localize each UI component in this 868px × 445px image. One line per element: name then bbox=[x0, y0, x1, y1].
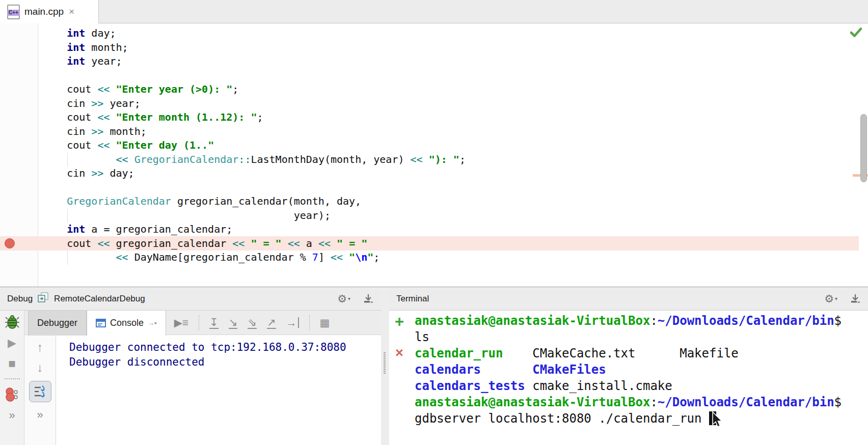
code-line bbox=[42, 181, 868, 195]
editor-scrollbar-thumb[interactable] bbox=[860, 114, 867, 182]
code-line: int day; bbox=[42, 26, 868, 41]
terminal-line: gdbserver localhost:8080 ./calendar_run bbox=[415, 410, 868, 427]
code-line: int year; bbox=[42, 54, 868, 69]
debug-panel-title: Debug bbox=[7, 294, 33, 304]
tab-debugger[interactable]: Debugger bbox=[28, 311, 87, 336]
terminal-line: calendar_run CMakeCache.txt Makefile bbox=[415, 345, 868, 361]
down-the-stack-icon[interactable]: ↓ bbox=[37, 360, 43, 375]
terminal-gutter: + × bbox=[389, 311, 413, 445]
code-line: int a = gregorian_calendar; bbox=[42, 222, 868, 237]
terminal-output[interactable]: anastasiak@anastasiak-VirtualBox:~/Downl… bbox=[413, 311, 868, 445]
restore-layout-icon[interactable] bbox=[29, 381, 51, 402]
evaluate-expression-icon[interactable]: ▦ bbox=[320, 317, 330, 328]
debug-console-output[interactable]: Debugger connected to tcp:192.168.0.37:8… bbox=[56, 335, 381, 445]
code-line: int month; bbox=[42, 41, 868, 55]
clion-window: C++ main.cpp × int day; int month; int y… bbox=[0, 0, 868, 445]
inspections-ok-icon bbox=[850, 27, 862, 37]
settings-gear-icon[interactable]: ⚙▾ bbox=[824, 293, 837, 305]
mouse-cursor bbox=[712, 411, 724, 429]
close-session-icon[interactable]: × bbox=[395, 346, 403, 360]
console-line: Debugger disconnected bbox=[69, 355, 381, 370]
toolbar-separator bbox=[199, 315, 199, 330]
tab-console[interactable]: Console→▪ bbox=[87, 311, 166, 336]
close-tab-icon[interactable]: × bbox=[69, 6, 74, 17]
code-line: cout << "Enter month (1..12): "; bbox=[42, 110, 868, 125]
tab-label: main.cpp bbox=[24, 6, 64, 17]
code-line: cin >> year; bbox=[42, 97, 868, 111]
console-line: Debugger connected to tcp:192.168.0.37:8… bbox=[69, 340, 381, 355]
editor-tab-bar: C++ main.cpp × bbox=[0, 0, 868, 23]
code-line: cout << "Enter year (>0): "; bbox=[42, 82, 868, 97]
code-line: GregorianCalendar gregorian_calendar(mon… bbox=[42, 194, 868, 209]
view-breakpoints-icon[interactable] bbox=[4, 387, 20, 402]
step-out-icon[interactable]: ↗ bbox=[267, 317, 276, 329]
code-line: cout << gregorian_calendar << " = " << a… bbox=[42, 237, 868, 251]
more-actions-icon[interactable]: » bbox=[9, 409, 15, 422]
show-execution-point-icon[interactable]: ▶≡ bbox=[174, 317, 188, 328]
toolbar-separator bbox=[309, 315, 310, 330]
terminal-line: ls bbox=[415, 329, 868, 345]
debug-tool-window: Debug RemoteCalendarDebug ⚙▾ ▶■» Debugge… bbox=[0, 287, 381, 445]
hide-panel-icon[interactable] bbox=[851, 294, 861, 304]
terminal-panel-header: Terminal ⚙▾ bbox=[389, 287, 868, 311]
debug-nav-toolbar: ↑↓» bbox=[24, 335, 56, 445]
code-editor[interactable]: int day; int month; int year; cout << "E… bbox=[0, 23, 868, 287]
up-the-stack-icon[interactable]: ↑ bbox=[37, 340, 43, 354]
scroll-to-end-icon: →▪ bbox=[148, 319, 157, 327]
indent-guide bbox=[67, 209, 68, 223]
debug-config-name: RemoteCalendarDebug bbox=[54, 294, 145, 304]
breakpoint-icon[interactable] bbox=[5, 238, 15, 248]
code-area: int day; int month; int year; cout << "E… bbox=[38, 23, 868, 265]
terminal-tool-window: Terminal ⚙▾ + × anastasiak@anastasiak-Vi… bbox=[389, 287, 868, 445]
stop-icon[interactable]: ■ bbox=[8, 356, 16, 371]
terminal-line: calendars_tests cmake_install.cmake bbox=[415, 378, 868, 394]
step-into-icon[interactable]: ↘ bbox=[229, 317, 238, 329]
tab-main-cpp[interactable]: C++ main.cpp × bbox=[0, 0, 99, 23]
tab-label: Console bbox=[110, 318, 144, 328]
indent-guide bbox=[67, 251, 68, 265]
settings-gear-icon[interactable]: ⚙▾ bbox=[337, 293, 350, 305]
debug-left-toolbar: ▶■» bbox=[0, 311, 24, 445]
panel-splitter[interactable] bbox=[381, 287, 389, 445]
code-line: cin >> day; bbox=[42, 166, 868, 181]
code-line: << DayName[gregorian_calendar % 7] << "\… bbox=[42, 251, 868, 265]
rerun-debug-icon[interactable] bbox=[37, 292, 49, 305]
force-step-into-icon[interactable]: ⇘ bbox=[248, 317, 257, 329]
terminal-line: calendars CMakeFiles bbox=[415, 361, 868, 378]
new-session-icon[interactable]: + bbox=[395, 314, 404, 329]
code-line bbox=[42, 69, 868, 83]
console-tab-icon bbox=[96, 319, 106, 327]
cpp-file-icon: C++ bbox=[7, 5, 20, 19]
run-to-cursor-icon[interactable]: → bbox=[286, 317, 299, 328]
hide-panel-icon[interactable] bbox=[364, 294, 374, 304]
bottom-tool-windows: Debug RemoteCalendarDebug ⚙▾ ▶■» Debugge… bbox=[0, 287, 868, 445]
terminal-line: anastasiak@anastasiak-VirtualBox:~/Downl… bbox=[415, 313, 868, 329]
code-line: cout << "Enter day (1.." bbox=[42, 138, 868, 153]
debug-panel-header: Debug RemoteCalendarDebug ⚙▾ bbox=[0, 287, 381, 311]
code-line: << GregorianCalendar::LastMonthDay(month… bbox=[42, 153, 868, 167]
indent-guide bbox=[67, 153, 68, 167]
debug-tabs-toolbar: DebuggerConsole→▪▶≡↧↘⇘↗→▦ bbox=[24, 311, 381, 335]
resume-program-icon[interactable]: ▶ bbox=[8, 337, 16, 350]
code-line: cin >> month; bbox=[42, 125, 868, 139]
debug-bug-icon[interactable] bbox=[5, 315, 20, 330]
step-over-icon[interactable]: ↧ bbox=[209, 317, 219, 329]
splitter-grip-icon[interactable] bbox=[384, 352, 386, 374]
tab-label: Debugger bbox=[37, 318, 77, 328]
code-line: year); bbox=[42, 209, 868, 223]
terminal-line: anastasiak@anastasiak-VirtualBox:~/Downl… bbox=[415, 394, 868, 410]
toolbar-separator bbox=[5, 378, 20, 379]
terminal-panel-title: Terminal bbox=[396, 294, 429, 304]
more-actions-icon[interactable]: » bbox=[37, 408, 43, 422]
